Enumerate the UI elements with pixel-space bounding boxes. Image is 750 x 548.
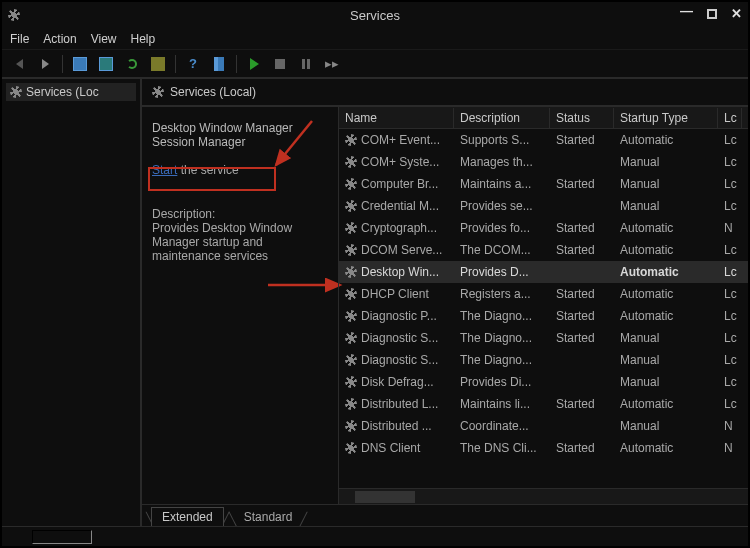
toolbar: ? ▸▸ bbox=[2, 50, 748, 78]
service-desc-cell: Coordinate... bbox=[454, 419, 550, 433]
minimize-button[interactable]: — bbox=[680, 3, 693, 18]
export-icon bbox=[151, 57, 165, 71]
service-status-cell: Started bbox=[550, 331, 614, 345]
service-status-cell: Started bbox=[550, 133, 614, 147]
header-logon[interactable]: Lc bbox=[718, 108, 742, 128]
pause-icon bbox=[302, 59, 310, 69]
service-row[interactable]: Disk Defrag...Provides Di...ManualLc bbox=[339, 371, 748, 393]
title-bar: Services — ✕ bbox=[2, 2, 748, 28]
service-name-cell: DCOM Serve... bbox=[361, 243, 442, 257]
description-body: Provides Desktop Window Manager startup … bbox=[152, 221, 328, 263]
gear-icon bbox=[345, 310, 357, 322]
restart-icon: ▸▸ bbox=[325, 56, 339, 71]
service-desc-cell: The Diagno... bbox=[454, 309, 550, 323]
nav-forward-button[interactable] bbox=[34, 54, 56, 74]
service-row[interactable]: Distributed L...Maintains li...StartedAu… bbox=[339, 393, 748, 415]
service-logon-cell: Lc bbox=[718, 309, 742, 323]
close-button[interactable]: ✕ bbox=[731, 6, 742, 21]
service-desc-cell: Supports S... bbox=[454, 133, 550, 147]
properties-button[interactable] bbox=[208, 54, 230, 74]
menu-help[interactable]: Help bbox=[131, 32, 156, 46]
gear-icon bbox=[345, 420, 357, 432]
stop-service-button[interactable] bbox=[269, 54, 291, 74]
service-row[interactable]: COM+ Syste...Manages th...ManualLc bbox=[339, 151, 748, 173]
header-name[interactable]: Name bbox=[339, 108, 454, 128]
start-service-link[interactable]: Start bbox=[152, 163, 177, 177]
service-row[interactable]: Credential M...Provides se...ManualLc bbox=[339, 195, 748, 217]
gear-icon bbox=[10, 86, 22, 98]
refresh-button[interactable] bbox=[121, 54, 143, 74]
service-status-cell: Started bbox=[550, 177, 614, 191]
service-logon-cell: Lc bbox=[718, 375, 742, 389]
service-row[interactable]: Cryptograph...Provides fo...StartedAutom… bbox=[339, 217, 748, 239]
help-button[interactable]: ? bbox=[182, 54, 204, 74]
toolbar-button-2[interactable] bbox=[95, 54, 117, 74]
service-row[interactable]: DNS ClientThe DNS Cli...StartedAutomatic… bbox=[339, 437, 748, 459]
tree-root[interactable]: Services (Loc bbox=[6, 83, 136, 101]
scrollbar-thumb[interactable] bbox=[355, 491, 415, 503]
service-name-cell: Diagnostic S... bbox=[361, 331, 438, 345]
service-row[interactable]: Diagnostic S...The Diagno...StartedManua… bbox=[339, 327, 748, 349]
service-logon-cell: Lc bbox=[718, 133, 742, 147]
header-description[interactable]: Description bbox=[454, 108, 550, 128]
service-row[interactable]: Desktop Win...Provides D...AutomaticLc bbox=[339, 261, 748, 283]
toolbar-separator bbox=[175, 55, 176, 73]
pause-service-button[interactable] bbox=[295, 54, 317, 74]
service-logon-cell: N bbox=[718, 441, 742, 455]
service-row[interactable]: DHCP ClientRegisters a...StartedAutomati… bbox=[339, 283, 748, 305]
tab-standard[interactable]: Standard bbox=[234, 508, 303, 526]
arrow-left-icon bbox=[16, 59, 23, 69]
start-service-button[interactable] bbox=[243, 54, 265, 74]
service-desc-cell: The DCOM... bbox=[454, 243, 550, 257]
service-name-cell: Computer Br... bbox=[361, 177, 438, 191]
service-startup-cell: Manual bbox=[614, 331, 718, 345]
horizontal-scrollbar[interactable] bbox=[339, 488, 748, 504]
service-startup-cell: Automatic bbox=[614, 221, 718, 235]
service-row[interactable]: Diagnostic P...The Diagno...StartedAutom… bbox=[339, 305, 748, 327]
menu-view[interactable]: View bbox=[91, 32, 117, 46]
gear-icon bbox=[345, 354, 357, 366]
menu-file[interactable]: File bbox=[10, 32, 29, 46]
service-desc-cell: Registers a... bbox=[454, 287, 550, 301]
gear-icon bbox=[345, 134, 357, 146]
gear-icon bbox=[345, 222, 357, 234]
toolbar-button-1[interactable] bbox=[69, 54, 91, 74]
play-icon bbox=[250, 58, 259, 70]
right-pane: Services (Local) Desktop Window Manager … bbox=[142, 79, 748, 526]
gear-icon bbox=[152, 86, 164, 98]
service-row[interactable]: Distributed ...Coordinate...ManualN bbox=[339, 415, 748, 437]
service-startup-cell: Manual bbox=[614, 199, 718, 213]
restart-service-button[interactable]: ▸▸ bbox=[321, 54, 343, 74]
service-startup-cell: Manual bbox=[614, 155, 718, 169]
tab-extended[interactable]: Extended bbox=[151, 507, 224, 526]
gear-icon bbox=[345, 244, 357, 256]
service-logon-cell: Lc bbox=[718, 287, 742, 301]
service-row[interactable]: COM+ Event...Supports S...StartedAutomat… bbox=[339, 129, 748, 151]
gear-icon bbox=[345, 288, 357, 300]
service-name-cell: Cryptograph... bbox=[361, 221, 437, 235]
nav-back-button[interactable] bbox=[8, 54, 30, 74]
service-name-cell: DHCP Client bbox=[361, 287, 429, 301]
gear-icon bbox=[345, 332, 357, 344]
service-logon-cell: N bbox=[718, 221, 742, 235]
service-name-cell: COM+ Event... bbox=[361, 133, 440, 147]
service-startup-cell: Automatic bbox=[614, 441, 718, 455]
header-status[interactable]: Status bbox=[550, 108, 614, 128]
maximize-button[interactable] bbox=[707, 9, 717, 19]
arrow-right-icon bbox=[42, 59, 49, 69]
service-startup-cell: Automatic bbox=[614, 287, 718, 301]
service-row[interactable]: Computer Br...Maintains a...StartedManua… bbox=[339, 173, 748, 195]
toolbar-separator bbox=[62, 55, 63, 73]
service-desc-cell: Provides D... bbox=[454, 265, 550, 279]
help-icon: ? bbox=[189, 56, 197, 71]
list-header: Name Description Status Startup Type Lc bbox=[339, 107, 748, 129]
header-startup[interactable]: Startup Type bbox=[614, 108, 718, 128]
service-desc-cell: Provides se... bbox=[454, 199, 550, 213]
service-logon-cell: Lc bbox=[718, 199, 742, 213]
refresh-icon bbox=[127, 59, 137, 69]
export-button[interactable] bbox=[147, 54, 169, 74]
service-row[interactable]: Diagnostic S...The Diagno...ManualLc bbox=[339, 349, 748, 371]
menu-action[interactable]: Action bbox=[43, 32, 76, 46]
service-row[interactable]: DCOM Serve...The DCOM...StartedAutomatic… bbox=[339, 239, 748, 261]
service-status-cell: Started bbox=[550, 287, 614, 301]
